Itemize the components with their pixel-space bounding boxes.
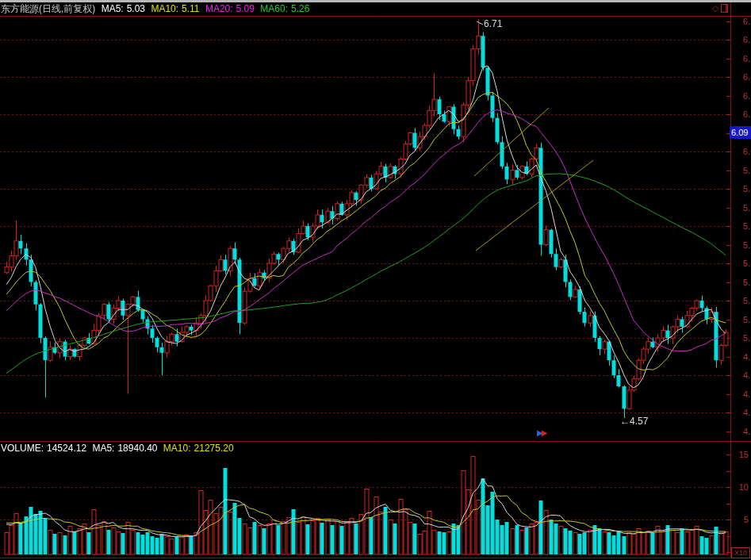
low-price-value: 4.57	[630, 416, 648, 427]
volume-axis-label: 5	[733, 515, 749, 524]
red-triangle-icon: ▶	[542, 428, 546, 437]
ma20-label: MA20:	[205, 3, 233, 14]
stock-title: 东方能源(日线,前复权)	[1, 3, 95, 14]
ma60-value: 5.26	[291, 3, 309, 14]
price-axis-label: 5.60	[743, 221, 751, 231]
ma20-value: 5.09	[236, 3, 255, 14]
volume-axis-label: 10	[733, 482, 749, 492]
price-axis-label: 5.30	[743, 278, 751, 287]
ma10-value: 5.11	[182, 3, 199, 14]
price-axis-label: 4.90	[743, 352, 751, 362]
price-axis-label: 4.50	[743, 427, 751, 436]
price-axis-label: 5.20	[743, 296, 751, 305]
current-price-tag: 6.09	[730, 126, 751, 139]
stock-chart-window: { "header": { "title": "东方能源(日线,前复权)", "…	[0, 0, 751, 560]
price-axis-label: 5.40	[743, 259, 751, 268]
volume-value: 14524.12	[47, 443, 86, 454]
price-axis-label: 4.70	[743, 389, 751, 399]
ma5-value: 5.03	[127, 3, 145, 14]
price-axis-label: 4.60	[743, 408, 751, 417]
price-axis-label: 6.60	[743, 35, 751, 44]
volume-axis-label: 15	[733, 450, 749, 459]
price-axis-label: 4.80	[743, 370, 751, 380]
vol-ma10-label: MA10:	[163, 443, 191, 454]
vol-ma5-value: 18940.40	[117, 443, 157, 454]
ma60-label: MA60:	[260, 3, 288, 14]
candlestick-chart-canvas[interactable]	[0, 0, 751, 560]
restore-window-icon[interactable]	[721, 4, 728, 13]
panel-window-controls: ◇	[712, 3, 728, 13]
vol-ma5-label: MA5:	[92, 443, 114, 454]
price-axis-label: 6.70	[743, 17, 751, 26]
price-axis-label: 6.20	[743, 109, 751, 119]
price-axis-label: 6.00	[743, 147, 751, 156]
price-axis-label: 6.50	[743, 54, 751, 63]
high-price-annotation: 6.71	[484, 18, 502, 29]
price-axis-label: 5.90	[743, 166, 751, 175]
vol-ma10-value: 21275.20	[194, 443, 234, 454]
price-axis-label: 6.30	[743, 91, 751, 101]
price-axis-label: 6.40	[743, 72, 751, 82]
price-axis-label: 5.70	[743, 203, 751, 213]
low-price-annotation: ←4.57	[620, 416, 648, 427]
window-top-edge	[0, 0, 751, 2]
price-axis-label: 5.50	[743, 240, 751, 250]
volume-header: VOLUME:14524.12 MA5:18940.40 MA10:21275.…	[1, 443, 237, 454]
price-axis-label: 5.10	[743, 315, 751, 324]
diamond-icon[interactable]: ◇	[712, 3, 718, 13]
indicator-header: 东方能源(日线,前复权) MA5:5.03 MA10:5.11 MA20:5.0…	[1, 3, 312, 15]
price-axis-label: 5.00	[743, 333, 751, 343]
volume-multiplier-badge: X10	[731, 547, 750, 558]
ma5-label: MA5:	[102, 3, 124, 14]
data-scroll-marker[interactable]: ▶▶	[537, 429, 546, 437]
ma10-label: MA10:	[151, 3, 178, 14]
price-axis-label: 5.80	[743, 184, 751, 194]
volume-label: VOLUME:	[1, 443, 44, 454]
left-arrow-icon: ←	[620, 416, 630, 427]
